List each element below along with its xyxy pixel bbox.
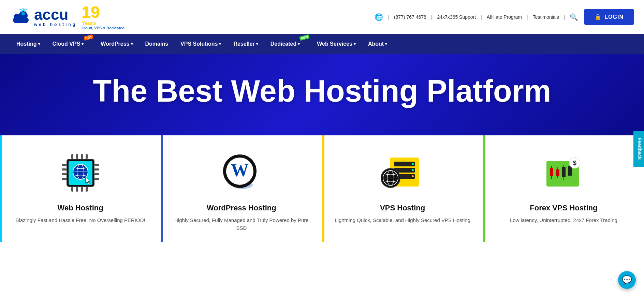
nav-wordpress-label: WordPress: [101, 41, 129, 47]
hero-title: The Best Web Hosting Platform: [93, 74, 551, 108]
years-number: 19: [82, 4, 100, 20]
top-bar: accu web hosting 19 Years Cloud, VPS & D…: [0, 0, 644, 34]
card-accent-1: [0, 135, 2, 242]
nav-hosting-chevron: ▾: [38, 42, 40, 46]
logo-webhosting: web hosting: [34, 22, 77, 27]
top-right: 🌐 | (877) 767 4678 | 24x7x365 Support | …: [375, 9, 634, 25]
nav-hosting[interactable]: Hosting ▾: [10, 34, 46, 54]
sep2: |: [431, 14, 433, 20]
sep5: |: [564, 14, 565, 20]
svg-rect-54: [568, 166, 572, 176]
card-accent-4: [483, 135, 485, 242]
svg-rect-20: [81, 187, 83, 192]
years-badge: 19 Years Cloud, VPS & Dedicated: [82, 4, 125, 30]
cloud-icon: [10, 8, 31, 26]
svg-rect-19: [76, 187, 78, 192]
nav-domains[interactable]: Domains: [139, 34, 175, 54]
svg-rect-17: [86, 154, 88, 159]
logo-area: accu web hosting 19 Years Cloud, VPS & D…: [10, 4, 125, 30]
years-label: Years: [82, 20, 96, 26]
svg-rect-21: [86, 187, 88, 192]
sep1: |: [388, 14, 389, 20]
nav-about-label: About: [368, 41, 384, 47]
nav-bar: Hosting ▾ Cloud VPS ▾ HOT WordPress ▾ Do…: [0, 34, 644, 54]
nav-dedicated-label: Dedicated: [270, 41, 296, 47]
affiliate-link[interactable]: Affiliate Program: [487, 14, 522, 20]
nav-webservices-chevron: ▾: [354, 42, 356, 46]
svg-rect-8: [62, 173, 67, 175]
svg-point-36: [412, 169, 414, 171]
svg-rect-16: [81, 154, 83, 159]
card-3-title: VPS Hosting: [380, 204, 425, 212]
svg-point-37: [412, 175, 414, 177]
svg-rect-7: [62, 168, 67, 170]
card-1-title: Web Hosting: [58, 204, 103, 212]
wordpress-hosting-icon: W: [218, 149, 265, 197]
sep3: |: [481, 14, 482, 20]
new-badge: NEW: [299, 34, 310, 41]
card-accent-2: [161, 135, 163, 242]
feedback-tab[interactable]: Feedback: [634, 131, 644, 166]
svg-rect-6: [62, 164, 67, 166]
globe-icon[interactable]: 🌐: [375, 13, 383, 21]
nav-vps-solutions-label: VPS Solutions: [180, 41, 218, 47]
nav-webservices[interactable]: Web Services ▾: [311, 34, 362, 54]
nav-wordpress-chevron: ▾: [131, 42, 133, 46]
lock-icon: 🔒: [595, 14, 602, 20]
svg-rect-9: [62, 178, 67, 180]
svg-rect-13: [94, 178, 99, 180]
hero-section: The Best Web Hosting Platform: [0, 54, 644, 135]
login-button[interactable]: 🔒 LOGIN: [584, 9, 634, 25]
nav-reseller-chevron: ▾: [256, 42, 258, 46]
nav-dedicated-chevron: ▾: [298, 42, 300, 46]
svg-rect-14: [71, 154, 73, 159]
card-forex-hosting[interactable]: $ Forex VPS Hosting Low latency, Uninter…: [483, 135, 644, 242]
top-links: 🌐 | (877) 767 4678 | 24x7x365 Support | …: [375, 13, 578, 21]
web-hosting-icon: [57, 149, 104, 197]
hot-badge: HOT: [84, 34, 93, 41]
search-icon[interactable]: 🔍: [570, 13, 578, 21]
logo-text: accu web hosting: [34, 7, 77, 27]
svg-rect-15: [76, 154, 78, 159]
forex-hosting-icon: $: [540, 149, 587, 197]
nav-vps-solutions[interactable]: VPS Solutions ▾: [174, 34, 227, 54]
card-vps-hosting[interactable]: VPS Hosting Lightning Quick, Scalable, a…: [322, 135, 483, 242]
nav-reseller[interactable]: Reseller ▾: [227, 34, 264, 54]
support-link[interactable]: 24x7x365 Support: [437, 14, 476, 20]
nav-cloudvps-chevron: ▾: [82, 42, 84, 46]
card-1-desc: Blazingly Fast and Hassle Free. No Overs…: [16, 217, 145, 224]
svg-rect-18: [71, 187, 73, 192]
nav-hosting-label: Hosting: [16, 41, 37, 47]
svg-text:W: W: [231, 161, 249, 180]
nav-wordpress[interactable]: WordPress ▾: [94, 34, 139, 54]
nav-webservices-label: Web Services: [317, 41, 352, 47]
nav-cloudvps-label: Cloud VPS: [53, 41, 80, 47]
vps-hosting-icon: [379, 149, 426, 197]
years-sub: Cloud, VPS & Dedicated: [82, 26, 125, 30]
card-wordpress-hosting[interactable]: W WordPress Hosting Highly Secured, Full…: [161, 135, 322, 242]
nav-vps-solutions-chevron: ▾: [219, 42, 221, 46]
logo-accu: accu: [34, 7, 68, 22]
svg-rect-12: [94, 173, 99, 175]
nav-about[interactable]: About ▾: [362, 34, 393, 54]
svg-text:$: $: [573, 160, 576, 166]
card-2-desc: Highly Secured, Fully Managed and Truly …: [171, 217, 311, 232]
card-web-hosting[interactable]: Web Hosting Blazingly Fast and Hassle Fr…: [0, 135, 161, 242]
cards-section: Web Hosting Blazingly Fast and Hassle Fr…: [0, 135, 644, 242]
sep4: |: [527, 14, 528, 20]
login-label: LOGIN: [604, 14, 624, 20]
svg-rect-11: [94, 168, 99, 170]
card-4-desc: Low latency, Uninterrupted, 24x7 Forex T…: [510, 217, 617, 224]
nav-reseller-label: Reseller: [233, 41, 254, 47]
svg-rect-48: [556, 169, 559, 176]
phone-link[interactable]: (877) 767 4678: [394, 14, 426, 20]
svg-point-35: [412, 163, 414, 165]
svg-rect-45: [550, 168, 553, 176]
card-4-title: Forex VPS Hosting: [530, 204, 597, 212]
testimonials-link[interactable]: Testimonials: [533, 14, 559, 20]
nav-about-chevron: ▾: [385, 42, 387, 46]
svg-rect-51: [562, 167, 566, 177]
nav-cloudvps[interactable]: Cloud VPS ▾ HOT: [46, 34, 95, 54]
nav-domains-label: Domains: [145, 41, 169, 47]
nav-dedicated[interactable]: Dedicated ▾ NEW: [264, 34, 311, 54]
